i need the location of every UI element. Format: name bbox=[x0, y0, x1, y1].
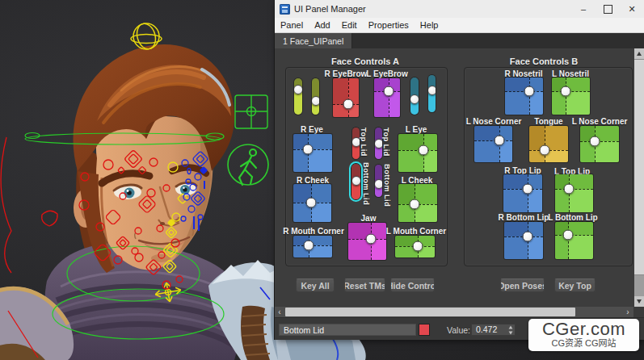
r-bottom-lip-knob[interactable] bbox=[522, 231, 532, 241]
r-eye-label: R Eye bbox=[301, 126, 323, 134]
maximize-button[interactable] bbox=[596, 0, 620, 18]
menu-help[interactable]: Help bbox=[415, 20, 444, 30]
l-eyebrow-knob[interactable] bbox=[383, 86, 394, 96]
value-spinner[interactable]: 0.472 bbox=[471, 324, 516, 336]
r-top-lip-pad[interactable] bbox=[503, 174, 542, 212]
l-mouth-corner-pad[interactable] bbox=[395, 236, 435, 257]
menu-add[interactable]: Add bbox=[309, 20, 336, 30]
r-eyebrow-outer-slider[interactable] bbox=[312, 78, 319, 115]
jaw-pad[interactable] bbox=[348, 223, 386, 260]
bottom-lid-slider[interactable] bbox=[375, 165, 382, 197]
r-eyebrow-outer-knob[interactable] bbox=[312, 96, 319, 106]
r-mouth-corner-knob[interactable] bbox=[304, 240, 314, 250]
tongue-pad[interactable] bbox=[529, 126, 568, 162]
r-mouth-corner-pad[interactable] bbox=[293, 236, 332, 257]
control-name-field[interactable]: Bottom Lid bbox=[279, 324, 416, 336]
l-mouth-corner-knob[interactable] bbox=[412, 241, 423, 251]
l-eyebrow-inner-slider[interactable] bbox=[410, 77, 419, 115]
l-nose-corner-knob[interactable] bbox=[590, 136, 600, 146]
scrollbar-corner bbox=[633, 307, 644, 317]
title-bar[interactable]: UI Panel Manager – ✕ bbox=[275, 0, 644, 18]
scroll-left-button[interactable]: ‹ bbox=[275, 307, 284, 317]
l-nose-corner-pad[interactable] bbox=[474, 126, 512, 162]
vertical-scroll-thumb[interactable] bbox=[634, 59, 644, 275]
r-top-lip-knob[interactable] bbox=[522, 183, 532, 194]
r-eyebrow-knob[interactable] bbox=[343, 99, 353, 110]
l-bottom-lip-pad[interactable] bbox=[555, 222, 593, 259]
menu-panel[interactable]: Panel bbox=[275, 20, 309, 30]
r-nosetril-pad[interactable] bbox=[505, 77, 543, 115]
l-cheek-knob[interactable] bbox=[410, 199, 420, 209]
horizontal-scrollbar[interactable]: ‹ › bbox=[275, 307, 644, 317]
l-eyebrow-outer-slider[interactable] bbox=[428, 75, 436, 112]
l-mouth-corner-label: L Mouth Corner bbox=[386, 228, 446, 236]
close-button[interactable]: ✕ bbox=[620, 0, 644, 18]
r-bottom-lip-label: R Bottom Lip bbox=[499, 214, 549, 222]
jaw-knob[interactable] bbox=[366, 233, 377, 244]
horizontal-scroll-thumb[interactable] bbox=[285, 308, 575, 316]
l-nose-corner-label: L Nose Corner bbox=[466, 118, 522, 126]
l-eye-knob[interactable] bbox=[419, 145, 429, 156]
r-nosetril-knob[interactable] bbox=[524, 86, 535, 97]
tab-face-uipanel[interactable]: 1 Face_UIPanel bbox=[275, 33, 352, 48]
bottom-lid-knob[interactable] bbox=[351, 176, 360, 186]
watermark-subtitle: CG资源 CG网站 bbox=[551, 338, 616, 349]
l-eyebrow-pad[interactable] bbox=[374, 78, 400, 117]
l-nose-corner-pad[interactable] bbox=[580, 126, 619, 162]
l-nosetril-knob[interactable] bbox=[560, 86, 570, 97]
l-eyebrow-outer-knob[interactable] bbox=[428, 86, 436, 95]
key-top-button[interactable]: Key Top bbox=[554, 278, 596, 292]
l-cheek-pad[interactable] bbox=[398, 184, 437, 222]
l-eye-pad[interactable] bbox=[398, 134, 437, 172]
r-eye-pad[interactable] bbox=[293, 134, 332, 172]
jaw-label: Jaw bbox=[361, 215, 377, 223]
top-lid-knob[interactable] bbox=[352, 137, 360, 147]
r-eyebrow-pad[interactable] bbox=[333, 78, 359, 117]
watermark: CGer.com CG资源 CG网站 bbox=[528, 319, 639, 351]
scroll-right-button[interactable]: › bbox=[623, 307, 633, 317]
r-cheek-pad[interactable] bbox=[293, 184, 331, 222]
l-nose-corner-knob[interactable] bbox=[495, 136, 505, 146]
menu-properties[interactable]: Properties bbox=[363, 20, 415, 30]
minimize-button[interactable]: – bbox=[571, 0, 596, 18]
tongue-knob[interactable] bbox=[540, 145, 550, 156]
group-title: Face Controls A bbox=[331, 57, 399, 66]
spinner-arrows-icon[interactable] bbox=[508, 325, 513, 335]
value-label: Value: bbox=[447, 325, 470, 335]
l-eyebrow-inner-knob[interactable] bbox=[410, 94, 419, 104]
bottom-lid-label: Bottom Lid bbox=[362, 162, 370, 205]
vertical-scrollbar[interactable] bbox=[634, 48, 644, 307]
menu-edit[interactable]: Edit bbox=[336, 20, 363, 30]
l-top-lip-pad[interactable] bbox=[555, 174, 593, 212]
bottom-lid-slider[interactable] bbox=[351, 164, 360, 199]
r-eye-knob[interactable] bbox=[303, 144, 314, 154]
bottom-lid-knob[interactable] bbox=[375, 179, 382, 189]
l-eye-label: L Eye bbox=[406, 126, 427, 134]
color-swatch[interactable] bbox=[419, 324, 430, 336]
group-title: Face Controls B bbox=[510, 57, 578, 66]
top-lid-knob[interactable] bbox=[375, 139, 382, 149]
r-bottom-lip-pad[interactable] bbox=[504, 222, 543, 259]
scroll-up-button[interactable] bbox=[634, 48, 644, 59]
top-lid-slider[interactable] bbox=[375, 128, 382, 159]
menu-bar: PanelAddEditPropertiesHelp bbox=[275, 18, 644, 33]
hide-control-button[interactable]: Hide Control bbox=[390, 278, 435, 292]
scroll-down-button[interactable] bbox=[634, 296, 644, 307]
l-bottom-lip-knob[interactable] bbox=[562, 230, 573, 241]
top-lid-label: Top Lid bbox=[360, 128, 368, 157]
maximize-icon bbox=[604, 5, 612, 14]
r-cheek-knob[interactable] bbox=[306, 198, 317, 208]
r-eyebrow-inner-slider[interactable] bbox=[294, 78, 302, 115]
value-text: 0.472 bbox=[476, 324, 497, 334]
r-eyebrow-inner-knob[interactable] bbox=[294, 85, 302, 94]
key-all-button[interactable]: Key All bbox=[296, 278, 335, 292]
arrow-down-icon bbox=[637, 299, 642, 303]
open-poses-button[interactable]: Open Poses bbox=[500, 278, 545, 292]
l-nosetril-pad[interactable] bbox=[552, 77, 590, 115]
l-top-lip-knob[interactable] bbox=[563, 183, 574, 194]
top-lid-slider[interactable] bbox=[352, 128, 360, 159]
bottom-lid-label: Bottom Lid bbox=[383, 164, 391, 207]
reset-tms-button[interactable]: Reset TMs bbox=[344, 278, 385, 292]
watermark-title: CGer.com bbox=[542, 320, 625, 338]
l-nose-corner-label: L Nose Corner bbox=[572, 118, 628, 126]
